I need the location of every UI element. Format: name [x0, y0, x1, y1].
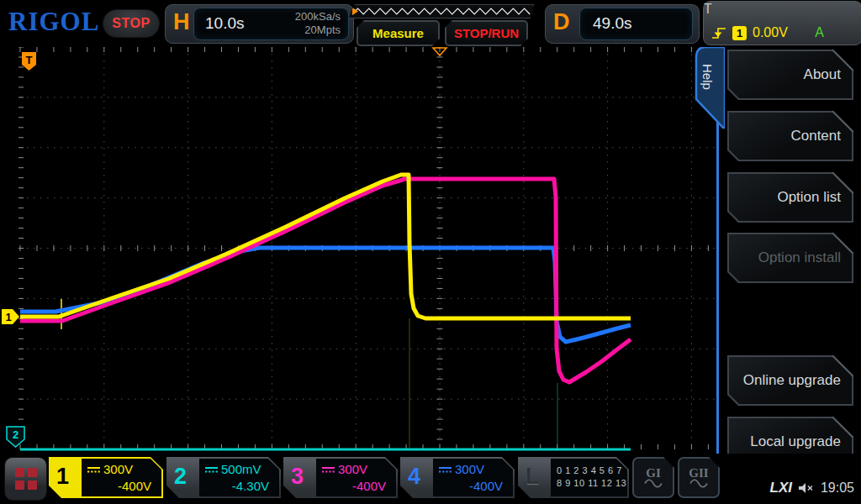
channel-2-badge[interactable]: 2 500mV -4.30V [166, 457, 281, 498]
channel-readout: 300V -400V [82, 459, 161, 496]
trigger-box[interactable]: 1 0.00V A [704, 17, 832, 49]
delay-value: 49.0s [593, 14, 631, 33]
sine-wave-icon [644, 479, 663, 488]
logic-row-1: 0 1 2 3 4 5 6 7 [557, 465, 627, 477]
logic-readout: 0 1 2 3 4 5 6 7 8 9 10 11 12 13 14 15 [551, 459, 627, 496]
menu-button-content[interactable]: Content [727, 111, 853, 161]
sample-rate: 200kSa/s [295, 10, 341, 23]
menu-button-label: About [804, 66, 841, 83]
logic-channels-badge[interactable]: L 0 1 2 3 4 5 6 7 8 9 10 11 12 13 14 15 [518, 457, 629, 498]
clock: 19:05 [821, 480, 854, 496]
channel-offset: -400V [87, 478, 161, 495]
logic-row-2: 8 9 10 11 12 13 14 15 [557, 477, 627, 490]
delay-settings-group[interactable]: D 49.0s [545, 4, 700, 44]
channel-3-badge[interactable]: 3 300V -400V [283, 457, 398, 498]
trigger-source-badge: 1 [732, 26, 747, 40]
generator-2-badge[interactable]: GII [678, 457, 720, 498]
menu-button-label: Option install [758, 249, 841, 266]
edge-trigger-icon [711, 26, 726, 40]
channel-number: 4 [408, 464, 420, 490]
horizontal-label: H [173, 9, 190, 35]
channel-readout: 300V -400V [433, 459, 513, 496]
menu-button-about[interactable]: About [727, 50, 853, 100]
horizontal-position-strip[interactable] [348, 4, 534, 18]
trace-ch4 [20, 248, 631, 342]
dc-coupling-icon [87, 466, 100, 473]
status-readout: LXI 19:05 [770, 480, 855, 496]
channel-4-badge[interactable]: 4 300V -400V [400, 457, 515, 498]
channel-number: 3 [291, 464, 304, 490]
channel-readout: 500mV -4.30V [199, 459, 279, 496]
trigger-level-value: 0.00V [753, 25, 788, 40]
timebase-box[interactable]: 10.0s 200kSa/s 20Mpts [193, 8, 349, 40]
channel-offset: -4.30V [205, 478, 279, 495]
trigger-settings-group[interactable]: T 1 0.00V A [703, 1, 861, 45]
channel-scale: 300V [338, 462, 367, 476]
logic-label: L [526, 464, 540, 490]
channel-status-bar: 1 300V -400V 2 500mV -4.30V 3 300V -400V [0, 454, 861, 504]
menu-button-label: Content [790, 128, 841, 144]
menu-grid-button[interactable] [4, 457, 47, 501]
generator-label: GI [646, 467, 661, 479]
grid-icon [15, 468, 37, 490]
channel-scale: 500mV [221, 462, 261, 476]
channel-readout: 300V -400V [316, 459, 396, 496]
speaker-muted-icon [798, 482, 815, 495]
channel-number: 1 [56, 464, 69, 490]
channel-offset: -400V [439, 478, 513, 495]
memory-depth: 20Mpts [304, 24, 341, 36]
channel-scale: 300V [103, 462, 133, 476]
delay-box[interactable]: 49.0s [579, 8, 693, 40]
run-state-badge: STOP [103, 9, 160, 38]
menu-button-option-list[interactable]: Option list [727, 172, 853, 223]
channel-scale: 300V [455, 462, 484, 476]
measure-button[interactable]: Measure [357, 20, 440, 46]
lxi-indicator: LXI [770, 480, 792, 496]
delay-label: D [553, 9, 570, 35]
generator-1-badge[interactable]: GI [632, 457, 674, 498]
rigol-logo: RIGOL [8, 7, 99, 37]
channel-1-badge[interactable]: 1 300V -400V [49, 457, 163, 498]
help-menu-panel: About Content Option list Option install… [716, 47, 861, 472]
channel-2-marker-label: 2 [13, 428, 18, 441]
channel-1-marker-label: 1 [5, 311, 11, 323]
menu-button-label: Online upgrade [743, 372, 841, 389]
top-status-bar: RIGOL STOP H 10.0s 200kSa/s 20Mpts Measu… [0, 0, 861, 47]
waveform-display: T12 [0, 0, 719, 504]
dc-coupling-icon [439, 466, 452, 473]
timebase-value: 10.0s [205, 14, 244, 33]
menu-button-label: Option list [777, 189, 841, 206]
horizontal-settings-group[interactable]: H 10.0s 200kSa/s 20Mpts [165, 4, 354, 44]
trigger-marker-label: T [26, 54, 33, 66]
channel-offset: -400V [322, 478, 396, 495]
generator-label: GII [689, 467, 708, 479]
oscilloscope-screen: T12 RIGOL STOP H 10.0s 200kSa/s 20Mpts M… [0, 0, 861, 504]
menu-button-online-upgrade[interactable]: Online upgrade [727, 355, 853, 406]
sine-wave-icon [689, 479, 708, 488]
trigger-label: T [704, 2, 712, 16]
menu-button-label: Local upgrade [750, 433, 841, 450]
help-tab-label: Help [700, 64, 715, 90]
stop-run-button[interactable]: STOP/RUN [445, 20, 528, 46]
waveform-preview-icon [349, 5, 533, 18]
trigger-mode-indicator: A [815, 25, 824, 40]
dc-coupling-icon [322, 466, 335, 473]
menu-button-option-install: Option install [727, 233, 853, 283]
channel-number: 2 [174, 464, 187, 490]
samplerate-readout: 200kSa/s 20Mpts [295, 10, 341, 37]
dc-coupling-icon [205, 466, 218, 473]
help-tab[interactable]: Help [689, 45, 725, 133]
